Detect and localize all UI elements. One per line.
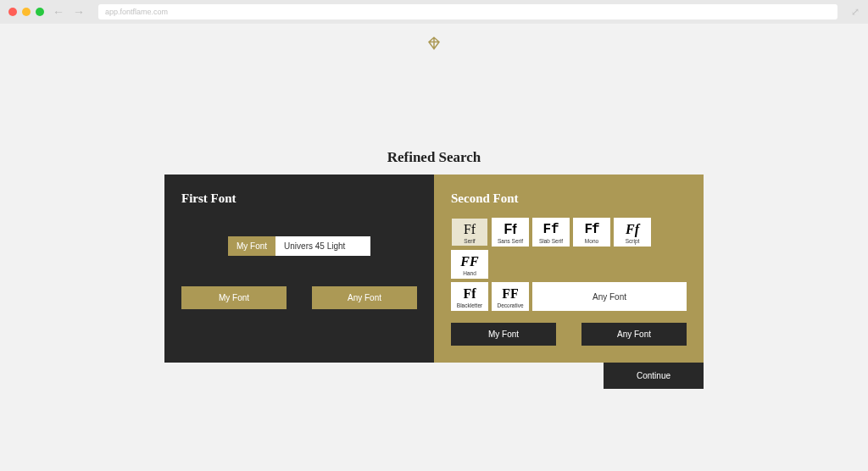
- second-myfont-button[interactable]: My Font: [451, 323, 556, 346]
- window-maximize-button[interactable]: [36, 8, 44, 16]
- url-text: app.fontflame.com: [105, 8, 168, 16]
- category-tile-sans-serif[interactable]: FfSans Serif: [492, 218, 529, 247]
- second-font-heading: Second Font: [451, 191, 687, 206]
- category-tile-script[interactable]: FfScript: [614, 218, 651, 247]
- category-glyph: Ff: [533, 221, 569, 238]
- font-select-row: My Font Univers 45 Light: [181, 236, 417, 256]
- forward-arrow-icon[interactable]: →: [73, 5, 85, 19]
- category-tile-slab-serif[interactable]: FfSlab Serif: [532, 218, 570, 247]
- category-label: Sans Serif: [492, 238, 528, 244]
- second-anyfont-button[interactable]: Any Font: [581, 323, 687, 346]
- logo-area: [0, 24, 868, 51]
- my-font-badge: My Font: [228, 236, 275, 256]
- category-label: Decorative: [492, 302, 528, 308]
- first-font-button-row: My Font Any Font: [181, 286, 417, 309]
- second-font-panel: Second Font FfSerifFfSans SerifFfSlab Se…: [434, 175, 704, 363]
- category-glyph: FF: [452, 253, 487, 270]
- category-label: Mono: [574, 238, 609, 244]
- category-label: Script: [615, 238, 650, 244]
- diamond-logo-icon: [426, 36, 442, 51]
- second-font-button-row: My Font Any Font: [451, 323, 687, 346]
- category-tile-blackletter[interactable]: FfBlackletter: [451, 282, 488, 311]
- category-grid: FfSerifFfSans SerifFfSlab SerifFfMonoFfS…: [451, 218, 687, 311]
- category-glyph: FF: [492, 285, 528, 302]
- category-label: Slab Serif: [533, 238, 569, 244]
- page-title: Refined Search: [0, 149, 868, 166]
- category-glyph: Ff: [452, 221, 487, 238]
- category-tile-mono[interactable]: FfMono: [573, 218, 610, 247]
- any-font-tile[interactable]: Any Font: [532, 282, 687, 311]
- first-font-heading: First Font: [181, 191, 417, 206]
- first-font-panel: First Font My Font Univers 45 Light My F…: [164, 175, 434, 363]
- category-tile-decorative[interactable]: FFDecorative: [492, 282, 529, 311]
- category-glyph: Ff: [492, 221, 528, 238]
- continue-button[interactable]: Continue: [604, 363, 704, 389]
- first-anyfont-button[interactable]: Any Font: [312, 286, 417, 309]
- category-glyph: Ff: [452, 285, 487, 302]
- first-myfont-button[interactable]: My Font: [181, 286, 287, 309]
- category-glyph: Ff: [574, 221, 609, 238]
- browser-chrome: ← → app.fontflame.com ⤢: [0, 0, 868, 24]
- category-tile-serif[interactable]: FfSerif: [451, 218, 488, 247]
- back-arrow-icon[interactable]: ←: [53, 5, 64, 19]
- expand-icon[interactable]: ⤢: [851, 6, 860, 18]
- font-name-input[interactable]: Univers 45 Light: [275, 236, 370, 256]
- category-tile-hand[interactable]: FFHand: [451, 250, 488, 279]
- url-bar[interactable]: app.fontflame.com: [98, 4, 837, 19]
- main-panels: First Font My Font Univers 45 Light My F…: [164, 175, 704, 363]
- window-close-button[interactable]: [8, 8, 17, 16]
- category-label: Blackletter: [452, 302, 487, 308]
- category-glyph: Ff: [615, 221, 650, 238]
- category-label: Hand: [452, 270, 487, 276]
- window-minimize-button[interactable]: [22, 8, 31, 16]
- category-label: Serif: [452, 238, 487, 244]
